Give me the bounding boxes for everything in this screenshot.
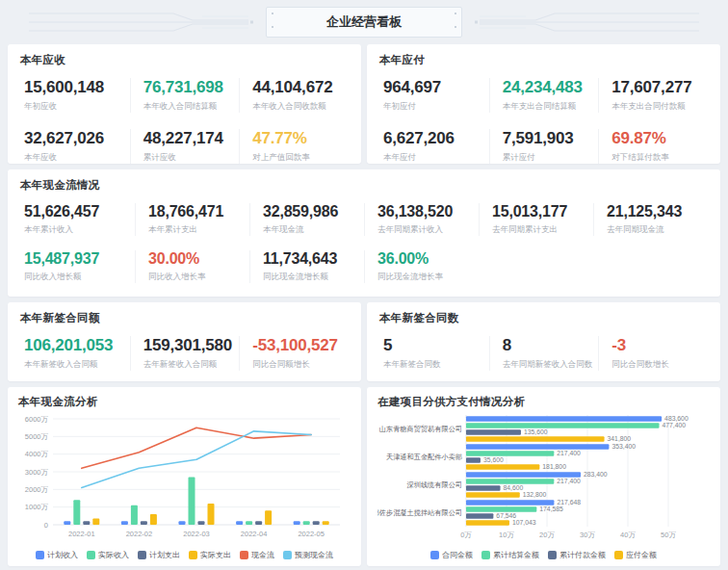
metric-value: 18,766,471 (148, 203, 249, 220)
metric: 44,104,672本年收入合同收款额 (239, 78, 349, 113)
bar-应付金额 (466, 492, 520, 498)
metric-value: 8 (503, 336, 599, 355)
legend-label: 应付金额 (626, 550, 657, 560)
metric-value: 30.00% (148, 250, 249, 268)
bar-计划收入 (236, 521, 243, 525)
legend-item-应付金额[interactable]: 应付金额 (614, 550, 657, 560)
legend-swatch-icon (283, 551, 292, 559)
metric: 76,731,698本年收入合同结算额 (130, 78, 240, 113)
metric-label: 本年收入合同结算额 (143, 101, 240, 113)
legend-item-实际支出[interactable]: 实际支出 (189, 550, 231, 560)
metric-label: 同比收入增长额 (24, 272, 135, 283)
card-supplier-payment-chart: 在建项目分供方支付情况分析 0万10万20万30万40万50万山东青糖商贸贸易有… (367, 387, 720, 566)
metric-value: 5 (383, 336, 489, 355)
legend-swatch-icon (87, 551, 95, 559)
bar-value-label: 107,043 (512, 519, 536, 526)
bar-value-label: 477,400 (663, 422, 687, 428)
legend-item-现金流[interactable]: 现金流 (240, 550, 274, 560)
charts-row: 本年现金流分析 01000万2000万3000万4000万5000万6000万2… (8, 387, 720, 566)
bar-累计结算金额 (466, 479, 554, 484)
x-axis-label: 2022-03 (183, 530, 210, 538)
legend-item-预测现金流[interactable]: 预测现金流 (283, 550, 333, 560)
legend-item-实际收入[interactable]: 实际收入 (87, 550, 129, 560)
metric-label: 去年同期现金流 (607, 224, 708, 236)
kpi-row-top: 本年应收 15,600,148年初应收76,731,698本年收入合同结算额44… (8, 44, 720, 164)
bar-合同金额 (466, 472, 581, 478)
metric-value: 17,607,277 (611, 78, 708, 97)
legend-item-累计结算金额[interactable]: 累计结算金额 (481, 550, 539, 560)
metric: 17,607,277本年支出合同付款额 (598, 78, 708, 113)
metric-label: 本年新签合同数 (383, 359, 489, 371)
bar-实际支出 (208, 504, 215, 525)
metric: 15,013,177去年同期累计支出 (479, 203, 593, 236)
y-axis-label: 0 (44, 521, 48, 530)
metric-label: 对上产值回款率 (252, 152, 349, 164)
bar-value-label: 84,600 (504, 484, 524, 491)
metric: 32,859,986本年现金流 (249, 203, 364, 236)
bar-value-label: 341,800 (608, 435, 632, 442)
legend-swatch-icon (548, 551, 557, 559)
metric-value: 36,138,520 (377, 203, 479, 220)
metric: 15,487,937同比收入增长额 (20, 250, 135, 283)
metric-value: 51,626,457 (24, 203, 135, 220)
metric-value: 964,697 (383, 78, 489, 97)
card-title: 本年新签合同数 (379, 311, 708, 325)
bar-累计结算金额 (466, 451, 554, 456)
metric-value: 15,487,937 (24, 250, 135, 268)
kpi-row-cashflow: 本年现金流情况 51,626,457本年累计收入18,766,471本年累计支出… (8, 169, 720, 297)
header-decoration-left-icon (29, 11, 256, 34)
bar-value-label: 217,400 (557, 450, 581, 456)
bar-计划收入 (179, 521, 186, 525)
bar-计划收入 (121, 521, 128, 525)
metric: -53,100,527同比合同额增长 (239, 336, 349, 371)
metric: 964,697年初应付 (379, 78, 489, 113)
metric-label: 本年累计收入 (24, 224, 135, 236)
x-axis-label: 2022-05 (298, 530, 325, 538)
x-axis-label: 2022-04 (241, 530, 268, 538)
metric-label: 本年现金流 (263, 224, 364, 236)
metric-label: 同比现金流增长率 (377, 272, 479, 283)
metric: 32,627,026本年应收 (20, 129, 130, 164)
x-axis-label: 30万 (580, 531, 595, 539)
legend-swatch-icon (189, 551, 197, 559)
metric-value: 11,734,643 (263, 250, 364, 268)
card-cashflow-analysis-chart: 本年现金流分析 01000万2000万3000万4000万5000万6000万2… (8, 387, 361, 566)
bar-累计结算金额 (466, 506, 536, 512)
metric-grid: 964,697年初应付24,234,483本年支出合同结算额17,607,277… (379, 78, 708, 164)
x-axis-label: 2022-02 (126, 530, 153, 538)
metric-label: 本年应付 (383, 152, 489, 164)
x-axis-label: 40万 (620, 531, 636, 539)
metric: 36.00%同比现金流增长率 (364, 250, 479, 283)
bar-计划收入 (64, 521, 70, 525)
card-cashflow-status: 本年现金流情况 51,626,457本年累计收入18,766,471本年累计支出… (8, 169, 720, 297)
bar-实际收入 (246, 521, 252, 525)
metric-value: 24,234,483 (503, 78, 599, 97)
metric-value: 48,227,174 (143, 129, 240, 148)
bar-value-label: 353,400 (611, 443, 636, 450)
metric: 18,766,471本年累计支出 (135, 203, 249, 236)
y-axis-label: 2000万 (25, 485, 49, 494)
bar-累计付款金额 (466, 457, 481, 463)
legend-label: 实际收入 (98, 550, 129, 560)
legend-item-合同金额[interactable]: 合同金额 (430, 550, 473, 560)
metric-label: 去年同期新签收入合同数 (503, 359, 599, 371)
bar-实际收入 (73, 500, 80, 525)
legend-swatch-icon (430, 551, 439, 559)
category-label: 深圳线缆有限公司 (407, 480, 463, 489)
metric-value: 32,627,026 (24, 129, 130, 148)
legend-label: 现金流 (251, 550, 274, 560)
metric-label: 同比收入增长率 (148, 272, 249, 283)
y-axis-label: 6000万 (25, 415, 49, 424)
metric: 24,234,483本年支出合同结算额 (489, 78, 599, 113)
metric: 8去年同期新签收入合同数 (489, 336, 599, 371)
legend-item-计划支出[interactable]: 计划支出 (138, 550, 180, 560)
legend-item-累计付款金额[interactable]: 累计付款金额 (548, 550, 606, 560)
chart-title: 在建项目分供方支付情况分析 (377, 395, 710, 409)
legend-item-计划收入[interactable]: 计划收入 (36, 550, 78, 560)
bar-value-label: 174,585 (539, 505, 563, 512)
metric-label: 年初应收 (24, 101, 130, 113)
card-payable: 本年应付 964,697年初应付24,234,483本年支出合同结算额17,60… (367, 44, 720, 164)
metric-label: 去年同期累计收入 (377, 224, 479, 236)
category-label: 山东青糖商贸贸易有限公司 (379, 425, 462, 433)
metric: 6,627,206本年应付 (379, 129, 489, 164)
